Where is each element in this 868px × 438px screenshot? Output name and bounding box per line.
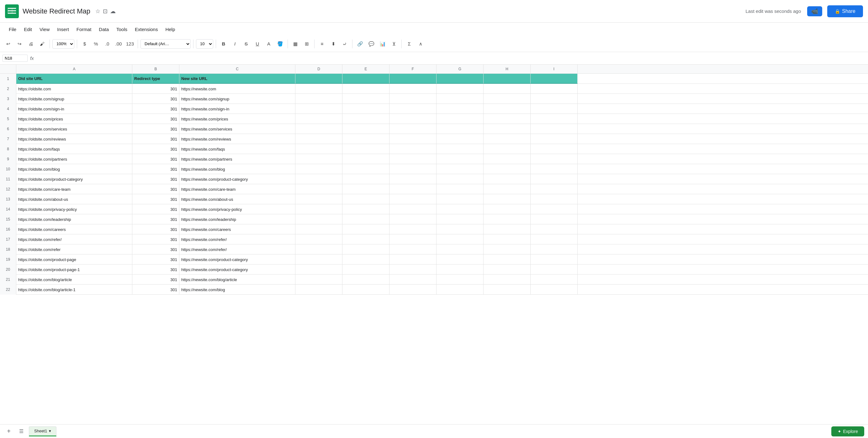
cell-b10[interactable]: 301 — [132, 164, 179, 174]
col-header-a[interactable]: A — [16, 65, 132, 74]
col-header-g[interactable]: G — [436, 65, 484, 74]
cell-a19[interactable]: https://oldsite.com/product-page — [16, 255, 132, 264]
cell-c22[interactable]: https://newsite.com/blog — [179, 285, 296, 295]
bold-button[interactable]: B — [219, 39, 228, 49]
cell-b22[interactable]: 301 — [132, 285, 179, 295]
col-header-b[interactable]: B — [132, 65, 179, 74]
cell-c19[interactable]: https://newsite.com/product-category — [179, 255, 296, 264]
cell-b20[interactable]: 301 — [132, 264, 179, 274]
cell-c14[interactable]: https://newsite.com/privacy-policy — [179, 204, 296, 214]
cell-b4[interactable]: 301 — [132, 104, 179, 114]
redo-button[interactable]: ↪ — [14, 39, 25, 49]
col-header-c[interactable]: C — [179, 65, 296, 74]
cell-b11[interactable]: 301 — [132, 174, 179, 184]
cell-b12[interactable]: 301 — [132, 184, 179, 194]
paint-format-button[interactable]: 🖌 — [37, 39, 47, 49]
formula-input[interactable] — [36, 56, 866, 61]
hide-formula-button[interactable]: ∧ — [415, 39, 426, 49]
cell-a18[interactable]: https://oldsite.com/refer — [16, 244, 132, 255]
cell-c13[interactable]: https://newsite.com/about-us — [179, 194, 296, 204]
cell-b6[interactable]: 301 — [132, 124, 179, 134]
cell-c10[interactable]: https://newsite.com/blog — [179, 164, 296, 174]
cell-reference-input[interactable] — [2, 55, 28, 62]
cell-a13[interactable]: https://oldsite.com/about-us — [16, 194, 132, 204]
explore-button[interactable]: ✦ Explore — [831, 427, 864, 436]
cell-c2[interactable]: https://newsite.com — [179, 84, 296, 94]
cell-a7[interactable]: https://oldsite.com/reviews — [16, 134, 132, 144]
zoom-select[interactable]: 100%75%125% — [52, 39, 74, 49]
wrap-button[interactable]: ⤾ — [340, 39, 350, 49]
merge-button[interactable]: ⊞ — [302, 39, 312, 49]
col-header-d[interactable]: D — [296, 65, 342, 74]
menu-format[interactable]: Format — [73, 25, 95, 34]
cell-b15[interactable]: 301 — [132, 214, 179, 224]
cell-a22[interactable]: https://oldsite.com/blog/article-1 — [16, 285, 132, 295]
currency-button[interactable]: $ — [80, 39, 90, 49]
add-sheet-button[interactable]: + — [4, 427, 14, 436]
italic-button[interactable]: I — [230, 39, 240, 49]
cell-c18[interactable]: https://newsite.com/refer/ — [179, 244, 296, 255]
cell-a10[interactable]: https://oldsite.com/blog — [16, 164, 132, 174]
cell-c7[interactable]: https://newsite.com/reviews — [179, 134, 296, 144]
print-button[interactable]: 🖨 — [26, 39, 36, 49]
cell-b17[interactable]: 301 — [132, 234, 179, 244]
cell-a5[interactable]: https://oldsite.com/prices — [16, 114, 132, 124]
share-button[interactable]: 🔒 Share — [827, 5, 863, 17]
align-vertical-button[interactable]: ⬍ — [328, 39, 338, 49]
cell-b3[interactable]: 301 — [132, 94, 179, 104]
cell-a16[interactable]: https://oldsite.com/careers — [16, 224, 132, 234]
menu-view[interactable]: View — [36, 25, 53, 34]
cell-b2[interactable]: 301 — [132, 84, 179, 94]
fill-color-button[interactable]: 🪣 — [275, 39, 285, 49]
star-icon[interactable]: ☆ — [95, 8, 100, 15]
cell-b1[interactable]: Redirect type — [132, 74, 179, 84]
cell-a4[interactable]: https://oldsite.com/sign-in — [16, 104, 132, 114]
cell-a21[interactable]: https://oldsite.com/blog/article — [16, 274, 132, 285]
filter-button[interactable]: ⊻ — [389, 39, 399, 49]
cell-a17[interactable]: https://oldsite.com/refer/ — [16, 234, 132, 244]
cell-c8[interactable]: https://newsite.com/faqs — [179, 144, 296, 154]
cloud-icon[interactable]: ☁ — [110, 8, 116, 15]
cell-a12[interactable]: https://oldsite.com/care-team — [16, 184, 132, 194]
cell-a2[interactable]: https://oldsite.com — [16, 84, 132, 94]
cell-c1[interactable]: New site URL — [179, 74, 296, 84]
sheets-menu-button[interactable]: ☰ — [16, 427, 26, 436]
decimal-more-button[interactable]: .00 — [114, 39, 124, 49]
col-header-i[interactable]: I — [531, 65, 578, 74]
cell-c21[interactable]: https://newsite.com/blog/article — [179, 274, 296, 285]
decimal-less-button[interactable]: .0 — [102, 39, 112, 49]
align-left-button[interactable]: ≡ — [317, 39, 327, 49]
cell-c16[interactable]: https://newsite.com/careers — [179, 224, 296, 234]
cell-c20[interactable]: https://newsite.com/product-category — [179, 264, 296, 274]
cell-b13[interactable]: 301 — [132, 194, 179, 204]
underline-button[interactable]: U — [252, 39, 262, 49]
cell-b21[interactable]: 301 — [132, 274, 179, 285]
menu-extensions[interactable]: Extensions — [131, 25, 161, 34]
chart-button[interactable]: 📊 — [377, 39, 388, 49]
cell-b7[interactable]: 301 — [132, 134, 179, 144]
undo-button[interactable]: ↩ — [3, 39, 13, 49]
format-number-button[interactable]: 123 — [125, 39, 135, 49]
cell-b14[interactable]: 301 — [132, 204, 179, 214]
menu-file[interactable]: File — [5, 25, 20, 34]
percent-button[interactable]: % — [91, 39, 101, 49]
sheet-tab-sheet1[interactable]: Sheet1 ▾ — [29, 427, 57, 436]
drive-icon[interactable]: ⊡ — [103, 8, 107, 15]
cell-a11[interactable]: https://oldsite.com/product-category — [16, 174, 132, 184]
cell-a20[interactable]: https://oldsite.com/product-page-1 — [16, 264, 132, 274]
cell-c12[interactable]: https://newsite.com/care-team — [179, 184, 296, 194]
menu-tools[interactable]: Tools — [113, 25, 131, 34]
menu-insert[interactable]: Insert — [53, 25, 73, 34]
meet-button[interactable]: 📹 — [807, 6, 822, 16]
menu-help[interactable]: Help — [161, 25, 179, 34]
text-color-button[interactable]: A — [264, 39, 274, 49]
cell-c15[interactable]: https://newsite.com/leadership — [179, 214, 296, 224]
menu-edit[interactable]: Edit — [20, 25, 36, 34]
function-button[interactable]: Σ — [404, 39, 414, 49]
cell-a1[interactable]: Old site URL — [16, 74, 132, 84]
cell-c17[interactable]: https://newsite.com/refer/ — [179, 234, 296, 244]
cell-a3[interactable]: https://oldsite.com/signup — [16, 94, 132, 104]
cell-b16[interactable]: 301 — [132, 224, 179, 234]
cell-b5[interactable]: 301 — [132, 114, 179, 124]
cell-a6[interactable]: https://oldsite.com/services — [16, 124, 132, 134]
